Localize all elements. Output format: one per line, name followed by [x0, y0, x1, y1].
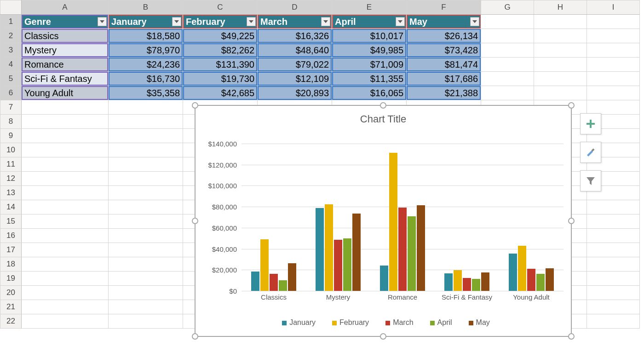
row-header-22[interactable]: 22 [0, 314, 22, 329]
cell-F5[interactable]: $17,686 [407, 72, 481, 86]
cell-B6[interactable]: $35,358 [109, 86, 183, 100]
filter-dropdown-button[interactable] [396, 17, 405, 26]
row-header-18[interactable]: 18 [0, 257, 22, 272]
cell-C3[interactable]: $82,262 [183, 43, 258, 58]
chart-bar[interactable] [481, 272, 489, 291]
resize-handle[interactable] [568, 218, 575, 224]
chart-bar[interactable] [334, 240, 342, 291]
cell-B4[interactable]: $24,236 [109, 58, 183, 72]
chart-bar[interactable] [279, 280, 287, 291]
chart-elements-button[interactable] [580, 113, 601, 134]
cell-B1[interactable]: January [109, 15, 183, 29]
cell-I5[interactable] [587, 72, 640, 86]
chart-bar[interactable] [463, 278, 471, 291]
cell-H2[interactable] [534, 29, 587, 43]
cell-I17[interactable] [587, 243, 640, 257]
cell-I18[interactable] [587, 257, 640, 272]
cell-H1[interactable] [534, 15, 587, 29]
row-header-15[interactable]: 15 [0, 214, 22, 229]
column-header-G[interactable]: G [481, 0, 534, 15]
embedded-chart[interactable]: Chart Title $0$20,000$40,000$60,000$80,0… [195, 105, 572, 337]
cell-B2[interactable]: $18,580 [109, 29, 183, 43]
chart-bar[interactable] [251, 272, 259, 291]
cell-B10[interactable] [109, 143, 183, 157]
cell-B14[interactable] [109, 200, 183, 214]
cell-A1[interactable]: Genre [22, 15, 109, 29]
cell-B13[interactable] [109, 186, 183, 200]
cell-C6[interactable]: $42,685 [183, 86, 258, 100]
row-header-1[interactable]: 1 [0, 15, 22, 29]
resize-handle[interactable] [380, 333, 386, 340]
chart-bar[interactable] [444, 273, 453, 291]
cell-A7[interactable] [22, 100, 109, 115]
column-header-A[interactable]: A [22, 0, 109, 15]
column-header-C[interactable]: C [183, 0, 258, 15]
cell-I21[interactable] [587, 300, 640, 314]
cell-B8[interactable] [109, 115, 183, 129]
cell-F6[interactable]: $21,388 [407, 86, 481, 100]
cell-D5[interactable]: $12,109 [258, 72, 332, 86]
cell-A19[interactable] [22, 272, 109, 286]
cell-A20[interactable] [22, 286, 109, 300]
cell-B16[interactable] [109, 229, 183, 243]
select-all-corner[interactable] [0, 0, 22, 15]
row-header-13[interactable]: 13 [0, 186, 22, 200]
chart-bar[interactable] [527, 269, 535, 291]
cell-I4[interactable] [587, 58, 640, 72]
chart-bar[interactable] [270, 274, 278, 291]
cell-A17[interactable] [22, 243, 109, 257]
chart-bar[interactable] [518, 246, 526, 291]
row-header-11[interactable]: 11 [0, 157, 22, 172]
cell-I19[interactable] [587, 272, 640, 286]
filter-dropdown-button[interactable] [470, 17, 479, 26]
resize-handle[interactable] [568, 102, 575, 109]
column-header-B[interactable]: B [109, 0, 183, 15]
cell-H4[interactable] [534, 58, 587, 72]
cell-E1[interactable]: April [332, 15, 407, 29]
filter-dropdown-button[interactable] [321, 17, 330, 26]
row-header-19[interactable]: 19 [0, 272, 22, 286]
resize-handle[interactable] [192, 333, 198, 340]
chart-bar[interactable] [536, 274, 545, 291]
chart-bar[interactable] [417, 205, 425, 291]
cell-D6[interactable]: $20,893 [258, 86, 332, 100]
cell-D1[interactable]: March [258, 15, 332, 29]
cell-A6[interactable]: Young Adult [22, 86, 109, 100]
resize-handle[interactable] [380, 102, 386, 109]
cell-B11[interactable] [109, 157, 183, 172]
cell-D4[interactable]: $79,022 [258, 58, 332, 72]
cell-A13[interactable] [22, 186, 109, 200]
cell-G1[interactable] [481, 15, 534, 29]
cell-G6[interactable] [481, 86, 534, 100]
chart-filters-button[interactable] [580, 170, 601, 191]
row-header-7[interactable]: 7 [0, 100, 22, 115]
cell-G5[interactable] [481, 72, 534, 86]
cell-E3[interactable]: $49,985 [332, 43, 407, 58]
cell-A5[interactable]: Sci-Fi & Fantasy [22, 72, 109, 86]
cell-B20[interactable] [109, 286, 183, 300]
cell-I16[interactable] [587, 229, 640, 243]
cell-A14[interactable] [22, 200, 109, 214]
cell-I6[interactable] [587, 86, 640, 100]
column-header-H[interactable]: H [534, 0, 587, 15]
column-header-E[interactable]: E [332, 0, 407, 15]
cell-B5[interactable]: $16,730 [109, 72, 183, 86]
cell-B9[interactable] [109, 129, 183, 143]
cell-I1[interactable] [587, 15, 640, 29]
filter-dropdown-button[interactable] [98, 17, 107, 26]
column-header-I[interactable]: I [587, 0, 640, 15]
cell-A21[interactable] [22, 300, 109, 314]
chart-bar[interactable] [343, 238, 351, 291]
cell-B12[interactable] [109, 172, 183, 186]
chart-bar[interactable] [389, 153, 397, 291]
row-header-14[interactable]: 14 [0, 200, 22, 214]
cell-H3[interactable] [534, 43, 587, 58]
cell-B22[interactable] [109, 314, 183, 329]
chart-bar[interactable] [454, 270, 462, 291]
row-header-3[interactable]: 3 [0, 43, 22, 58]
cell-A11[interactable] [22, 157, 109, 172]
chart-legend[interactable]: JanuaryFebruaryMarchAprilMay [196, 318, 571, 327]
legend-item[interactable]: May [463, 318, 490, 327]
cell-B3[interactable]: $78,970 [109, 43, 183, 58]
cell-F2[interactable]: $26,134 [407, 29, 481, 43]
